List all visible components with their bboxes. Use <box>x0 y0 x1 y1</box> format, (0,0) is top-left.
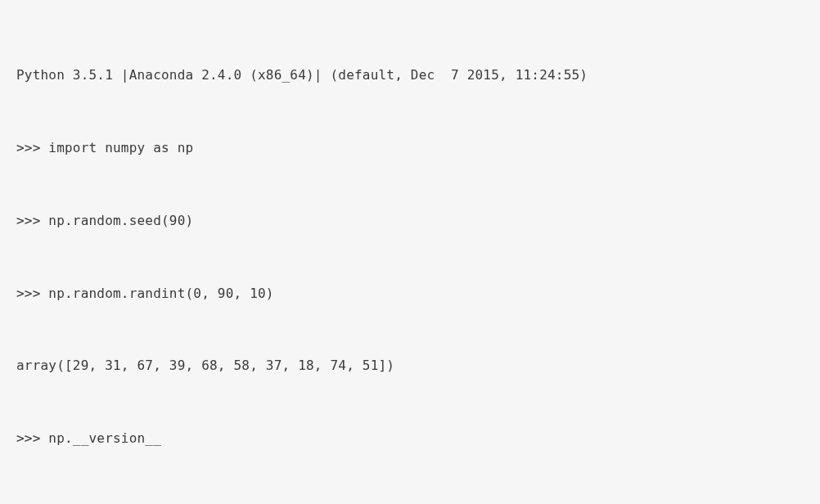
repl-input-line: >>> np.__version__ <box>16 426 804 451</box>
repl-output-line: array([29, 31, 67, 39, 68, 58, 37, 18, 7… <box>16 353 804 378</box>
repl-input-line: >>> np.random.seed(90) <box>16 209 804 233</box>
repl-header-line: Python 3.5.1 |Anaconda 2.4.0 (x86_64)| (… <box>16 63 804 88</box>
repl-input-line: >>> np.random.randint(0, 90, 10) <box>16 281 804 306</box>
repl-output-line: '1.11.0' <box>16 499 804 504</box>
repl-input-line: >>> import numpy as np <box>16 136 804 160</box>
code-block-python3: Python 3.5.1 |Anaconda 2.4.0 (x86_64)| (… <box>0 0 820 504</box>
